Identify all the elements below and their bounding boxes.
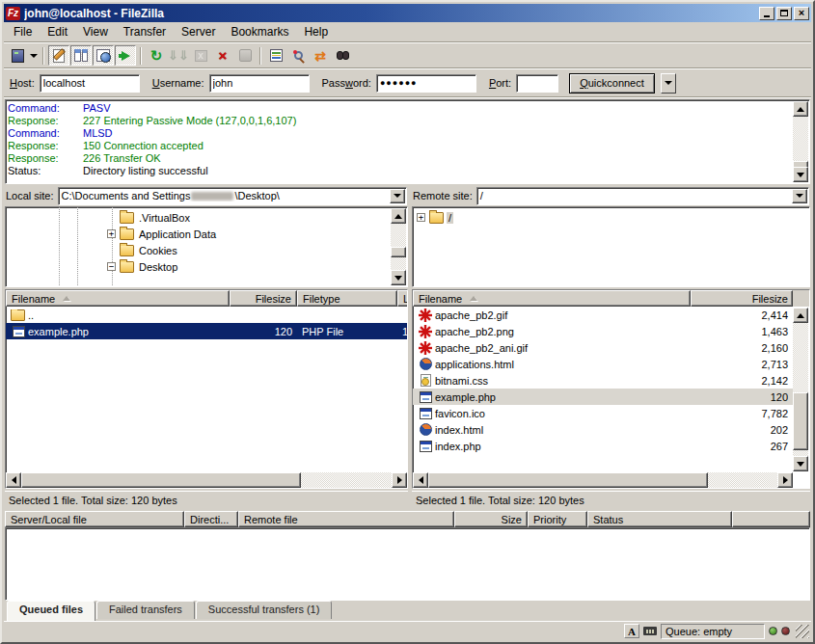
- close-button[interactable]: ×: [794, 7, 809, 20]
- tree-item[interactable]: + Application Data: [6, 226, 390, 242]
- column-header-lastmodified[interactable]: L: [397, 290, 408, 307]
- scroll-thumb[interactable]: [391, 247, 406, 257]
- menu-server[interactable]: Server: [174, 23, 223, 40]
- file-row[interactable]: apache_pb2_ani.gif 2,160: [413, 339, 793, 356]
- column-header-status[interactable]: Status: [587, 511, 732, 527]
- file-row[interactable]: bitnami.css 2,142: [413, 372, 793, 389]
- host-input[interactable]: [40, 74, 140, 93]
- queue-list[interactable]: [5, 527, 810, 601]
- column-header-remote-file[interactable]: Remote file: [238, 511, 454, 527]
- column-header-size[interactable]: Size: [454, 511, 528, 527]
- quickconnect-button[interactable]: Quickconnect: [569, 73, 655, 94]
- file-row-selected[interactable]: example.php 120 PHP File 1: [6, 323, 407, 339]
- menu-edit[interactable]: Edit: [40, 23, 75, 40]
- local-site-combo[interactable]: C:\Documents and Settings\Desktop\: [58, 187, 407, 205]
- quickconnect-dropdown[interactable]: [661, 73, 676, 94]
- scroll-up-button[interactable]: [793, 101, 808, 117]
- tab-queued-files[interactable]: Queued files: [7, 601, 95, 621]
- toggle-local-tree-button[interactable]: [70, 45, 92, 66]
- expand-minus-icon[interactable]: −: [107, 262, 116, 271]
- scroll-right-button[interactable]: [392, 472, 407, 488]
- disconnect-button[interactable]: ×: [212, 45, 233, 66]
- menu-bookmarks[interactable]: Bookmarks: [223, 23, 296, 40]
- column-header-filesize[interactable]: Filesize: [691, 290, 793, 307]
- log-label: Response:: [8, 140, 83, 152]
- scroll-left-button[interactable]: [413, 472, 428, 488]
- file-row[interactable]: apache_pb2.png 1,463: [413, 323, 793, 339]
- recv-activity-led-icon: [769, 627, 777, 635]
- remote-horizontal-scrollbar[interactable]: [413, 472, 793, 488]
- folder-icon: [120, 228, 134, 240]
- scroll-thumb[interactable]: [428, 472, 708, 488]
- column-header-priority[interactable]: Priority: [528, 511, 587, 527]
- file-row-selected[interactable]: example.php 120: [413, 389, 793, 405]
- file-row[interactable]: apache_pb2.gif 2,414: [413, 307, 793, 323]
- scroll-right-button[interactable]: [777, 472, 793, 488]
- column-header-filename[interactable]: Filename: [6, 290, 230, 307]
- column-header-filename[interactable]: Filename: [413, 290, 691, 307]
- column-header-server-local-file[interactable]: Server/Local file: [5, 511, 184, 527]
- scroll-up-button[interactable]: [793, 308, 808, 323]
- local-horizontal-scrollbar[interactable]: [6, 472, 407, 488]
- tab-successful-transfers[interactable]: Successful transfers (1): [196, 601, 333, 619]
- filename: favicon.ico: [435, 408, 485, 419]
- log-scrollbar[interactable]: [793, 101, 808, 182]
- separator: [4, 96, 811, 98]
- scroll-thumb[interactable]: [793, 392, 808, 450]
- menu-view[interactable]: View: [75, 23, 116, 40]
- remote-site-combo[interactable]: /: [476, 187, 809, 205]
- scroll-down-button[interactable]: [793, 456, 808, 471]
- synchronized-browsing-button[interactable]: ⇄: [310, 45, 331, 66]
- directory-comparison-button[interactable]: [287, 45, 309, 66]
- site-manager-button[interactable]: [7, 45, 28, 66]
- column-header-filesize[interactable]: Filesize: [230, 290, 297, 307]
- menu-help[interactable]: Help: [296, 23, 336, 40]
- tree-item[interactable]: .VirtualBox: [6, 209, 390, 226]
- scroll-down-button[interactable]: [391, 270, 406, 285]
- scroll-thumb[interactable]: [21, 472, 301, 488]
- combo-dropdown-button[interactable]: [792, 189, 807, 203]
- remote-pane: Remote site: / + / Filename: [412, 186, 810, 508]
- username-input[interactable]: [209, 74, 310, 93]
- column-header-filetype[interactable]: Filetype: [297, 290, 397, 307]
- file-row[interactable]: favicon.ico 7,782: [413, 405, 793, 421]
- filter-button[interactable]: [265, 45, 286, 66]
- port-input[interactable]: [516, 74, 558, 93]
- scroll-up-button[interactable]: [391, 208, 406, 224]
- remote-list-scrollbar[interactable]: [793, 308, 808, 471]
- find-files-button[interactable]: [332, 45, 353, 66]
- file-row[interactable]: index.html 202: [413, 421, 793, 438]
- process-queue-button[interactable]: ⇓⇓: [168, 45, 189, 66]
- file-row[interactable]: index.php 267: [413, 438, 793, 454]
- site-manager-dropdown[interactable]: [29, 45, 39, 66]
- tree-item[interactable]: Cookies: [6, 242, 390, 258]
- column-header-direction[interactable]: Directi...: [184, 511, 238, 527]
- toggle-queue-button[interactable]: [115, 45, 136, 66]
- file-row[interactable]: applications.html 2,713: [413, 356, 793, 372]
- scroll-down-button[interactable]: [793, 167, 808, 182]
- tree-item[interactable]: − Desktop: [6, 258, 390, 275]
- toggle-remote-tree-button[interactable]: [93, 45, 114, 66]
- expand-plus-icon[interactable]: +: [107, 229, 116, 238]
- resize-grip[interactable]: [796, 625, 809, 638]
- site-manager-icon: [12, 49, 24, 63]
- tab-failed-transfers[interactable]: Failed transfers: [96, 601, 195, 619]
- reconnect-button[interactable]: [234, 45, 256, 66]
- minimize-button[interactable]: [759, 7, 774, 20]
- refresh-button[interactable]: ↻: [146, 45, 167, 66]
- remote-tree-icon: [96, 49, 110, 62]
- cancel-operation-button[interactable]: x: [190, 45, 211, 66]
- css-file-icon: [418, 374, 433, 387]
- file-row[interactable]: ..: [6, 307, 407, 323]
- filename: bitnami.css: [435, 375, 488, 387]
- local-tree-scrollbar[interactable]: [391, 208, 406, 285]
- tree-item[interactable]: + /: [413, 209, 792, 226]
- toggle-message-log-button[interactable]: [48, 45, 69, 66]
- expand-plus-icon[interactable]: +: [417, 213, 425, 222]
- maximize-button[interactable]: [776, 7, 792, 20]
- scroll-left-button[interactable]: [6, 472, 21, 488]
- menu-file[interactable]: File: [6, 23, 40, 40]
- menu-transfer[interactable]: Transfer: [116, 23, 174, 40]
- combo-dropdown-button[interactable]: [390, 189, 405, 203]
- password-input[interactable]: [376, 74, 476, 93]
